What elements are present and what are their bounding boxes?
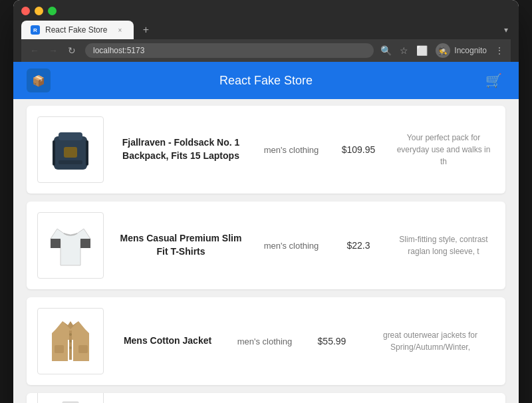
url-bar[interactable]: localhost:5173	[85, 43, 374, 58]
new-tab-button[interactable]: +	[138, 22, 154, 38]
refresh-button[interactable]: ↻	[65, 45, 78, 56]
tab-overflow-arrow[interactable]: ▾	[504, 25, 511, 35]
product-list: Fjallraven - Foldsack No. 1 Backpack, Fi…	[13, 99, 519, 403]
close-traffic-light[interactable]	[21, 7, 30, 15]
menu-icon[interactable]: ⋮	[495, 45, 504, 56]
tab-bar: R React Fake Store × + ▾	[21, 21, 511, 39]
browser-chrome: R React Fake Store × + ▾ ← → ↻ localhost…	[13, 0, 519, 62]
incognito-label: Incognito	[454, 46, 487, 55]
product-name-1: Fjallraven - Foldsack No. 1 Backpack, Fi…	[114, 136, 247, 162]
maximize-traffic-light[interactable]	[48, 7, 57, 15]
svg-rect-1	[59, 132, 82, 140]
logo-icon: 📦	[32, 74, 45, 87]
product-image-4-partial	[37, 393, 104, 403]
product-image-2	[37, 212, 104, 279]
product-row[interactable]: Mens Casual Premium Slim Fit T-Shirts me…	[27, 202, 505, 289]
product-price-2: $22.3	[335, 240, 382, 251]
app-content: 📦 React Fake Store 🛒	[13, 62, 519, 403]
product-category-3: men's clothing	[231, 336, 298, 346]
product-price-1: $109.95	[335, 144, 382, 155]
forward-button[interactable]: →	[47, 45, 60, 56]
svg-rect-9	[51, 239, 61, 248]
product-name-2: Mens Casual Premium Slim Fit T-Shirts	[114, 232, 247, 258]
address-bar-icons: 🔍 ☆ ⬜ 🕵 Incognito ⋮	[380, 43, 504, 58]
nav-buttons: ← → ↻	[28, 45, 78, 56]
incognito-icon: 🕵	[436, 43, 450, 58]
svg-rect-17	[55, 345, 64, 353]
back-button[interactable]: ←	[28, 45, 41, 56]
product-category-2: men's clothing	[258, 241, 325, 251]
product-row-partial	[27, 393, 505, 403]
svg-rect-2	[64, 147, 77, 158]
app-header: 📦 React Fake Store 🛒	[13, 62, 519, 99]
product-image-3	[37, 308, 104, 374]
product-category-1: men's clothing	[258, 145, 325, 155]
url-text: localhost:5173	[93, 46, 144, 55]
incognito-badge[interactable]: 🕵 Incognito	[436, 43, 487, 58]
minimize-traffic-light[interactable]	[35, 7, 43, 15]
svg-rect-5	[59, 160, 82, 164]
cart-icon: 🛒	[485, 72, 502, 88]
product-description-2: Slim-fitting style, contrast raglan long…	[392, 233, 495, 257]
bookmark-icon[interactable]: ☆	[400, 45, 408, 56]
tab-favicon: R	[31, 25, 40, 35]
product-description-1: Your perfect pack for everyday use and w…	[392, 132, 495, 168]
product-row[interactable]: Fjallraven - Foldsack No. 1 Backpack, Fi…	[27, 106, 505, 194]
svg-rect-18	[78, 345, 88, 353]
cart-button[interactable]: 🛒	[481, 68, 505, 92]
product-name-3: Mens Cotton Jacket	[114, 335, 221, 348]
app-title: React Fake Store	[51, 74, 481, 88]
svg-point-16	[69, 346, 72, 349]
browser-window: R React Fake Store × + ▾ ← → ↻ localhost…	[13, 0, 519, 403]
active-tab[interactable]: R React Fake Store ×	[21, 21, 134, 39]
product-description-3: great outerwear jackets for Spring/Autum…	[366, 329, 495, 353]
split-view-icon[interactable]: ⬜	[416, 45, 428, 56]
app-logo: 📦	[27, 68, 51, 92]
traffic-lights	[21, 7, 511, 15]
svg-point-15	[69, 340, 72, 342]
product-image-1	[37, 116, 104, 183]
search-icon[interactable]: 🔍	[380, 45, 392, 56]
svg-point-14	[69, 333, 72, 336]
tab-close-button[interactable]: ×	[115, 25, 124, 35]
svg-rect-10	[80, 239, 90, 248]
address-bar: ← → ↻ localhost:5173 🔍 ☆ ⬜ 🕵 Incognito ⋮	[21, 39, 511, 62]
tab-title: React Fake Store	[45, 25, 107, 35]
product-row[interactable]: Mens Cotton Jacket men's clothing $55.99…	[27, 297, 505, 385]
product-price-3: $55.99	[309, 336, 355, 346]
